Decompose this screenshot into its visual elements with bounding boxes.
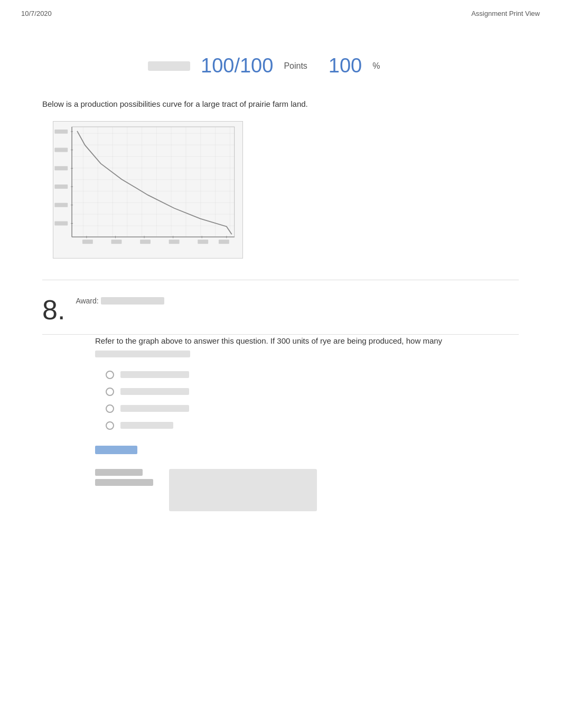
option-c-text	[120, 405, 189, 412]
header-date: 10/7/2020	[21, 10, 52, 17]
answer-option-d[interactable]	[106, 421, 519, 430]
radio-c[interactable]	[106, 404, 114, 413]
svg-rect-11	[140, 239, 151, 244]
answer-detail-right-box	[169, 469, 317, 511]
graph-container	[53, 121, 243, 259]
question-text-blur	[95, 351, 190, 357]
svg-rect-10	[111, 239, 122, 244]
score-fraction: 100/100	[201, 54, 273, 77]
question-body: Refer to the graph above to answer this …	[95, 335, 519, 430]
score-bar-visual	[148, 61, 190, 71]
svg-rect-0	[72, 126, 235, 236]
award-value-blur	[101, 297, 164, 305]
svg-rect-4	[54, 148, 68, 152]
question-8-section: 8. Award: Refer to the graph above to an…	[42, 280, 519, 511]
svg-rect-7	[54, 202, 68, 207]
question-award-area: Award:	[76, 296, 164, 306]
question-number-row: 8. Award:	[42, 280, 519, 324]
award-label: Award:	[76, 297, 98, 305]
answer-option-b[interactable]	[106, 388, 519, 396]
answer-detail-row	[95, 469, 519, 511]
svg-rect-3	[54, 129, 68, 133]
radio-d[interactable]	[106, 421, 114, 430]
answer-detail-left	[95, 469, 153, 486]
question-intro-text: Below is a production possibilities curv…	[42, 98, 519, 110]
graph-svg	[53, 122, 242, 258]
question-text: Refer to the graph above to answer this …	[95, 335, 519, 360]
svg-rect-6	[54, 185, 68, 189]
question-number: 8.	[42, 296, 65, 324]
score-section: 100/100 Points 100 %	[42, 54, 519, 77]
radio-a[interactable]	[106, 371, 114, 379]
svg-rect-8	[54, 221, 68, 225]
answer-footer	[95, 446, 519, 511]
option-d-text	[120, 422, 173, 429]
main-content: 100/100 Points 100 % Below is a producti…	[0, 23, 561, 532]
detail-blur-2	[95, 479, 153, 486]
graph-inner	[53, 122, 242, 258]
header-title: Assignment Print View	[471, 10, 540, 17]
score-points-label: Points	[284, 61, 307, 71]
svg-rect-13	[198, 239, 208, 244]
svg-rect-9	[82, 239, 93, 244]
radio-b[interactable]	[106, 388, 114, 396]
option-a-text	[120, 371, 189, 378]
svg-rect-12	[169, 239, 180, 244]
page-header: 10/7/2020 Assignment Print View	[0, 0, 561, 23]
answer-option-c[interactable]	[106, 404, 519, 413]
score-percent-sign: %	[372, 61, 380, 71]
answer-options-list	[95, 371, 519, 430]
answer-label-blur	[95, 446, 137, 454]
svg-rect-14	[219, 239, 229, 244]
answer-option-a[interactable]	[106, 371, 519, 379]
detail-blur-1	[95, 469, 143, 476]
score-percent: 100	[329, 54, 362, 77]
svg-rect-5	[54, 166, 68, 170]
option-b-text	[120, 388, 189, 395]
